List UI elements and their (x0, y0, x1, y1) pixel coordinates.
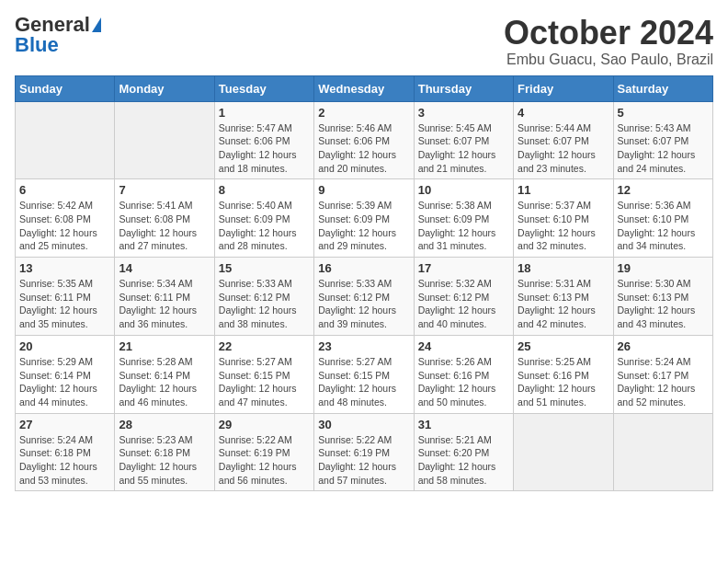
day-number: 19 (618, 261, 709, 275)
day-number: 15 (219, 261, 310, 275)
calendar-cell: 11Sunrise: 5:37 AMSunset: 6:10 PMDayligh… (514, 179, 613, 258)
day-number: 25 (518, 339, 609, 353)
day-detail: Sunrise: 5:31 AMSunset: 6:13 PMDaylight:… (518, 277, 609, 331)
calendar-header: SundayMondayTuesdayWednesdayThursdayFrid… (16, 75, 713, 101)
day-detail: Sunrise: 5:30 AMSunset: 6:13 PMDaylight:… (618, 277, 709, 331)
day-detail: Sunrise: 5:33 AMSunset: 6:12 PMDaylight:… (318, 277, 409, 331)
calendar-cell: 28Sunrise: 5:23 AMSunset: 6:18 PMDayligh… (115, 413, 214, 491)
calendar-cell (115, 101, 214, 179)
day-number: 17 (418, 261, 509, 275)
weekday-header: Sunday (16, 75, 115, 101)
logo-general: General (15, 15, 90, 35)
day-detail: Sunrise: 5:37 AMSunset: 6:10 PMDaylight:… (518, 199, 609, 253)
day-detail: Sunrise: 5:24 AMSunset: 6:18 PMDaylight:… (19, 433, 110, 488)
logo-triangle-icon (92, 17, 101, 32)
calendar-body: 1Sunrise: 5:47 AMSunset: 6:06 PMDaylight… (16, 101, 713, 491)
day-number: 6 (19, 183, 110, 197)
calendar-cell: 1Sunrise: 5:47 AMSunset: 6:06 PMDaylight… (214, 101, 313, 179)
day-number: 20 (19, 339, 110, 353)
logo-blue: Blue (15, 35, 59, 55)
calendar-table: SundayMondayTuesdayWednesdayThursdayFrid… (15, 75, 713, 492)
calendar-cell: 21Sunrise: 5:28 AMSunset: 6:14 PMDayligh… (115, 335, 214, 413)
day-detail: Sunrise: 5:39 AMSunset: 6:09 PMDaylight:… (318, 199, 409, 253)
calendar-cell: 29Sunrise: 5:22 AMSunset: 6:19 PMDayligh… (214, 413, 313, 491)
day-number: 3 (418, 106, 509, 120)
day-number: 18 (518, 261, 609, 275)
weekday-header: Tuesday (214, 75, 313, 101)
calendar-cell: 26Sunrise: 5:24 AMSunset: 6:17 PMDayligh… (613, 335, 712, 413)
day-detail: Sunrise: 5:47 AMSunset: 6:06 PMDaylight:… (219, 121, 310, 176)
calendar-cell: 10Sunrise: 5:38 AMSunset: 6:09 PMDayligh… (414, 179, 513, 258)
calendar-week-row: 1Sunrise: 5:47 AMSunset: 6:06 PMDaylight… (16, 101, 713, 179)
calendar-cell: 9Sunrise: 5:39 AMSunset: 6:09 PMDaylight… (314, 179, 414, 258)
day-number: 2 (318, 106, 409, 120)
day-number: 26 (618, 339, 709, 353)
calendar-cell: 14Sunrise: 5:34 AMSunset: 6:11 PMDayligh… (115, 258, 214, 336)
day-detail: Sunrise: 5:42 AMSunset: 6:08 PMDaylight:… (19, 199, 110, 253)
day-detail: Sunrise: 5:27 AMSunset: 6:15 PMDaylight:… (219, 355, 310, 409)
day-detail: Sunrise: 5:44 AMSunset: 6:07 PMDaylight:… (518, 121, 609, 176)
calendar-week-row: 6Sunrise: 5:42 AMSunset: 6:08 PMDaylight… (16, 179, 713, 258)
calendar-cell: 18Sunrise: 5:31 AMSunset: 6:13 PMDayligh… (514, 258, 613, 336)
day-number: 28 (119, 418, 210, 431)
day-number: 14 (119, 261, 210, 275)
day-number: 21 (119, 339, 210, 353)
calendar-cell: 17Sunrise: 5:32 AMSunset: 6:12 PMDayligh… (414, 258, 513, 336)
day-number: 31 (418, 418, 509, 431)
day-detail: Sunrise: 5:33 AMSunset: 6:12 PMDaylight:… (219, 277, 310, 331)
day-number: 13 (19, 261, 110, 275)
day-number: 22 (219, 339, 310, 353)
calendar-cell: 25Sunrise: 5:25 AMSunset: 6:16 PMDayligh… (514, 335, 613, 413)
day-detail: Sunrise: 5:36 AMSunset: 6:10 PMDaylight:… (618, 199, 709, 253)
day-detail: Sunrise: 5:28 AMSunset: 6:14 PMDaylight:… (119, 355, 210, 409)
logo: General Blue (15, 15, 101, 55)
weekday-header: Saturday (613, 75, 712, 101)
calendar-cell: 6Sunrise: 5:42 AMSunset: 6:08 PMDaylight… (16, 179, 115, 258)
calendar-cell: 3Sunrise: 5:45 AMSunset: 6:07 PMDaylight… (414, 101, 513, 179)
page-header: General Blue October 2024 Embu Guacu, Sa… (15, 15, 713, 68)
day-number: 29 (219, 418, 310, 431)
day-number: 5 (618, 106, 709, 120)
calendar-cell: 15Sunrise: 5:33 AMSunset: 6:12 PMDayligh… (214, 258, 313, 336)
day-detail: Sunrise: 5:22 AMSunset: 6:19 PMDaylight:… (318, 433, 409, 488)
calendar-cell: 16Sunrise: 5:33 AMSunset: 6:12 PMDayligh… (314, 258, 414, 336)
calendar-cell (16, 101, 115, 179)
day-detail: Sunrise: 5:41 AMSunset: 6:08 PMDaylight:… (119, 199, 210, 253)
day-detail: Sunrise: 5:40 AMSunset: 6:09 PMDaylight:… (219, 199, 310, 253)
day-detail: Sunrise: 5:26 AMSunset: 6:16 PMDaylight:… (418, 355, 509, 409)
calendar-cell (514, 413, 613, 491)
day-detail: Sunrise: 5:25 AMSunset: 6:16 PMDaylight:… (518, 355, 609, 409)
calendar-cell: 2Sunrise: 5:46 AMSunset: 6:06 PMDaylight… (314, 101, 414, 179)
day-detail: Sunrise: 5:24 AMSunset: 6:17 PMDaylight:… (618, 355, 709, 409)
calendar-title: October 2024 (504, 15, 713, 52)
calendar-cell: 5Sunrise: 5:43 AMSunset: 6:07 PMDaylight… (613, 101, 712, 179)
calendar-cell: 8Sunrise: 5:40 AMSunset: 6:09 PMDaylight… (214, 179, 313, 258)
calendar-week-row: 13Sunrise: 5:35 AMSunset: 6:11 PMDayligh… (16, 258, 713, 336)
day-number: 24 (418, 339, 509, 353)
day-number: 9 (318, 183, 409, 197)
day-number: 4 (518, 106, 609, 120)
calendar-cell: 19Sunrise: 5:30 AMSunset: 6:13 PMDayligh… (613, 258, 712, 336)
calendar-cell: 7Sunrise: 5:41 AMSunset: 6:08 PMDaylight… (115, 179, 214, 258)
day-detail: Sunrise: 5:46 AMSunset: 6:06 PMDaylight:… (318, 121, 409, 176)
day-detail: Sunrise: 5:21 AMSunset: 6:20 PMDaylight:… (418, 433, 509, 488)
day-number: 23 (318, 339, 409, 353)
day-detail: Sunrise: 5:35 AMSunset: 6:11 PMDaylight:… (19, 277, 110, 331)
day-number: 27 (19, 418, 110, 431)
calendar-cell (613, 413, 712, 491)
weekday-header: Monday (115, 75, 214, 101)
day-detail: Sunrise: 5:32 AMSunset: 6:12 PMDaylight:… (418, 277, 509, 331)
weekday-header: Thursday (414, 75, 513, 101)
day-detail: Sunrise: 5:27 AMSunset: 6:15 PMDaylight:… (318, 355, 409, 409)
calendar-cell: 12Sunrise: 5:36 AMSunset: 6:10 PMDayligh… (613, 179, 712, 258)
calendar-cell: 31Sunrise: 5:21 AMSunset: 6:20 PMDayligh… (414, 413, 513, 491)
title-block: October 2024 Embu Guacu, Sao Paulo, Braz… (504, 15, 713, 68)
day-detail: Sunrise: 5:34 AMSunset: 6:11 PMDaylight:… (119, 277, 210, 331)
weekday-header: Friday (514, 75, 613, 101)
calendar-cell: 23Sunrise: 5:27 AMSunset: 6:15 PMDayligh… (314, 335, 414, 413)
calendar-week-row: 20Sunrise: 5:29 AMSunset: 6:14 PMDayligh… (16, 335, 713, 413)
weekday-row: SundayMondayTuesdayWednesdayThursdayFrid… (16, 75, 713, 101)
calendar-cell: 30Sunrise: 5:22 AMSunset: 6:19 PMDayligh… (314, 413, 414, 491)
day-number: 7 (119, 183, 210, 197)
day-number: 30 (318, 418, 409, 431)
